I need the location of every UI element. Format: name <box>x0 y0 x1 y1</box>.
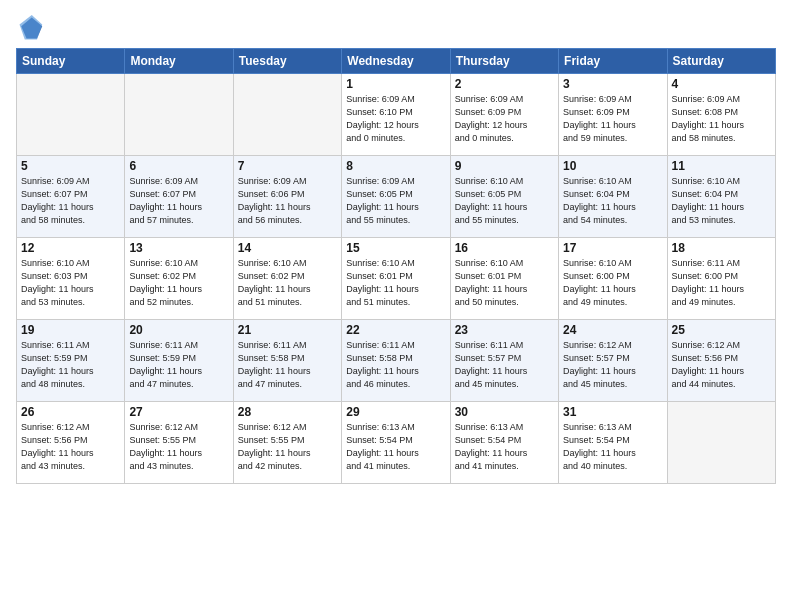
weekday-header-sunday: Sunday <box>17 49 125 74</box>
day-number: 24 <box>563 323 662 337</box>
calendar-cell: 20Sunrise: 6:11 AMSunset: 5:59 PMDayligh… <box>125 320 233 402</box>
day-number: 17 <box>563 241 662 255</box>
day-info: Sunrise: 6:11 AMSunset: 5:57 PMDaylight:… <box>455 339 554 391</box>
calendar-cell: 5Sunrise: 6:09 AMSunset: 6:07 PMDaylight… <box>17 156 125 238</box>
day-number: 18 <box>672 241 771 255</box>
week-row-5: 26Sunrise: 6:12 AMSunset: 5:56 PMDayligh… <box>17 402 776 484</box>
day-info: Sunrise: 6:10 AMSunset: 6:04 PMDaylight:… <box>563 175 662 227</box>
logo <box>16 14 48 42</box>
day-number: 25 <box>672 323 771 337</box>
weekday-header-row: SundayMondayTuesdayWednesdayThursdayFrid… <box>17 49 776 74</box>
day-number: 28 <box>238 405 337 419</box>
calendar-cell: 11Sunrise: 6:10 AMSunset: 6:04 PMDayligh… <box>667 156 775 238</box>
calendar-cell: 8Sunrise: 6:09 AMSunset: 6:05 PMDaylight… <box>342 156 450 238</box>
svg-marker-1 <box>20 15 43 40</box>
calendar-cell: 15Sunrise: 6:10 AMSunset: 6:01 PMDayligh… <box>342 238 450 320</box>
day-info: Sunrise: 6:11 AMSunset: 5:58 PMDaylight:… <box>238 339 337 391</box>
day-number: 16 <box>455 241 554 255</box>
day-number: 1 <box>346 77 445 91</box>
calendar-cell: 23Sunrise: 6:11 AMSunset: 5:57 PMDayligh… <box>450 320 558 402</box>
calendar-cell: 26Sunrise: 6:12 AMSunset: 5:56 PMDayligh… <box>17 402 125 484</box>
calendar-cell: 27Sunrise: 6:12 AMSunset: 5:55 PMDayligh… <box>125 402 233 484</box>
day-info: Sunrise: 6:11 AMSunset: 6:00 PMDaylight:… <box>672 257 771 309</box>
day-number: 27 <box>129 405 228 419</box>
calendar-table: SundayMondayTuesdayWednesdayThursdayFrid… <box>16 48 776 484</box>
calendar-cell: 17Sunrise: 6:10 AMSunset: 6:00 PMDayligh… <box>559 238 667 320</box>
day-info: Sunrise: 6:10 AMSunset: 6:05 PMDaylight:… <box>455 175 554 227</box>
calendar-cell: 9Sunrise: 6:10 AMSunset: 6:05 PMDaylight… <box>450 156 558 238</box>
day-info: Sunrise: 6:10 AMSunset: 6:01 PMDaylight:… <box>346 257 445 309</box>
calendar-cell: 12Sunrise: 6:10 AMSunset: 6:03 PMDayligh… <box>17 238 125 320</box>
day-number: 22 <box>346 323 445 337</box>
day-number: 29 <box>346 405 445 419</box>
calendar-cell: 18Sunrise: 6:11 AMSunset: 6:00 PMDayligh… <box>667 238 775 320</box>
calendar-cell <box>17 74 125 156</box>
day-info: Sunrise: 6:09 AMSunset: 6:07 PMDaylight:… <box>21 175 120 227</box>
day-number: 12 <box>21 241 120 255</box>
day-number: 26 <box>21 405 120 419</box>
day-info: Sunrise: 6:09 AMSunset: 6:07 PMDaylight:… <box>129 175 228 227</box>
page-container: SundayMondayTuesdayWednesdayThursdayFrid… <box>0 0 792 490</box>
day-number: 5 <box>21 159 120 173</box>
day-info: Sunrise: 6:12 AMSunset: 5:55 PMDaylight:… <box>129 421 228 473</box>
day-info: Sunrise: 6:09 AMSunset: 6:10 PMDaylight:… <box>346 93 445 145</box>
day-number: 30 <box>455 405 554 419</box>
day-number: 6 <box>129 159 228 173</box>
day-number: 31 <box>563 405 662 419</box>
calendar-cell: 2Sunrise: 6:09 AMSunset: 6:09 PMDaylight… <box>450 74 558 156</box>
day-info: Sunrise: 6:12 AMSunset: 5:56 PMDaylight:… <box>672 339 771 391</box>
day-number: 14 <box>238 241 337 255</box>
calendar-cell: 25Sunrise: 6:12 AMSunset: 5:56 PMDayligh… <box>667 320 775 402</box>
calendar-cell: 7Sunrise: 6:09 AMSunset: 6:06 PMDaylight… <box>233 156 341 238</box>
day-number: 4 <box>672 77 771 91</box>
day-info: Sunrise: 6:11 AMSunset: 5:59 PMDaylight:… <box>21 339 120 391</box>
calendar-cell: 29Sunrise: 6:13 AMSunset: 5:54 PMDayligh… <box>342 402 450 484</box>
calendar-cell: 4Sunrise: 6:09 AMSunset: 6:08 PMDaylight… <box>667 74 775 156</box>
weekday-header-monday: Monday <box>125 49 233 74</box>
day-info: Sunrise: 6:10 AMSunset: 6:02 PMDaylight:… <box>238 257 337 309</box>
calendar-cell: 10Sunrise: 6:10 AMSunset: 6:04 PMDayligh… <box>559 156 667 238</box>
calendar-cell: 22Sunrise: 6:11 AMSunset: 5:58 PMDayligh… <box>342 320 450 402</box>
calendar-cell <box>233 74 341 156</box>
day-number: 13 <box>129 241 228 255</box>
calendar-cell: 1Sunrise: 6:09 AMSunset: 6:10 PMDaylight… <box>342 74 450 156</box>
day-number: 2 <box>455 77 554 91</box>
day-info: Sunrise: 6:09 AMSunset: 6:09 PMDaylight:… <box>455 93 554 145</box>
calendar-cell: 13Sunrise: 6:10 AMSunset: 6:02 PMDayligh… <box>125 238 233 320</box>
day-info: Sunrise: 6:10 AMSunset: 6:01 PMDaylight:… <box>455 257 554 309</box>
day-number: 8 <box>346 159 445 173</box>
day-number: 20 <box>129 323 228 337</box>
calendar-cell: 30Sunrise: 6:13 AMSunset: 5:54 PMDayligh… <box>450 402 558 484</box>
week-row-2: 5Sunrise: 6:09 AMSunset: 6:07 PMDaylight… <box>17 156 776 238</box>
calendar-cell: 3Sunrise: 6:09 AMSunset: 6:09 PMDaylight… <box>559 74 667 156</box>
week-row-4: 19Sunrise: 6:11 AMSunset: 5:59 PMDayligh… <box>17 320 776 402</box>
day-info: Sunrise: 6:09 AMSunset: 6:06 PMDaylight:… <box>238 175 337 227</box>
weekday-header-tuesday: Tuesday <box>233 49 341 74</box>
week-row-1: 1Sunrise: 6:09 AMSunset: 6:10 PMDaylight… <box>17 74 776 156</box>
day-number: 21 <box>238 323 337 337</box>
day-info: Sunrise: 6:10 AMSunset: 6:02 PMDaylight:… <box>129 257 228 309</box>
day-info: Sunrise: 6:09 AMSunset: 6:09 PMDaylight:… <box>563 93 662 145</box>
weekday-header-saturday: Saturday <box>667 49 775 74</box>
day-info: Sunrise: 6:11 AMSunset: 5:59 PMDaylight:… <box>129 339 228 391</box>
day-number: 3 <box>563 77 662 91</box>
calendar-cell: 16Sunrise: 6:10 AMSunset: 6:01 PMDayligh… <box>450 238 558 320</box>
day-info: Sunrise: 6:11 AMSunset: 5:58 PMDaylight:… <box>346 339 445 391</box>
weekday-header-friday: Friday <box>559 49 667 74</box>
calendar-cell: 28Sunrise: 6:12 AMSunset: 5:55 PMDayligh… <box>233 402 341 484</box>
day-info: Sunrise: 6:10 AMSunset: 6:03 PMDaylight:… <box>21 257 120 309</box>
day-number: 9 <box>455 159 554 173</box>
calendar-cell: 14Sunrise: 6:10 AMSunset: 6:02 PMDayligh… <box>233 238 341 320</box>
calendar-cell: 19Sunrise: 6:11 AMSunset: 5:59 PMDayligh… <box>17 320 125 402</box>
day-number: 10 <box>563 159 662 173</box>
day-info: Sunrise: 6:13 AMSunset: 5:54 PMDaylight:… <box>455 421 554 473</box>
day-number: 15 <box>346 241 445 255</box>
calendar-cell: 21Sunrise: 6:11 AMSunset: 5:58 PMDayligh… <box>233 320 341 402</box>
day-info: Sunrise: 6:12 AMSunset: 5:57 PMDaylight:… <box>563 339 662 391</box>
week-row-3: 12Sunrise: 6:10 AMSunset: 6:03 PMDayligh… <box>17 238 776 320</box>
day-number: 23 <box>455 323 554 337</box>
day-info: Sunrise: 6:09 AMSunset: 6:08 PMDaylight:… <box>672 93 771 145</box>
calendar-cell: 6Sunrise: 6:09 AMSunset: 6:07 PMDaylight… <box>125 156 233 238</box>
day-info: Sunrise: 6:13 AMSunset: 5:54 PMDaylight:… <box>563 421 662 473</box>
weekday-header-wednesday: Wednesday <box>342 49 450 74</box>
